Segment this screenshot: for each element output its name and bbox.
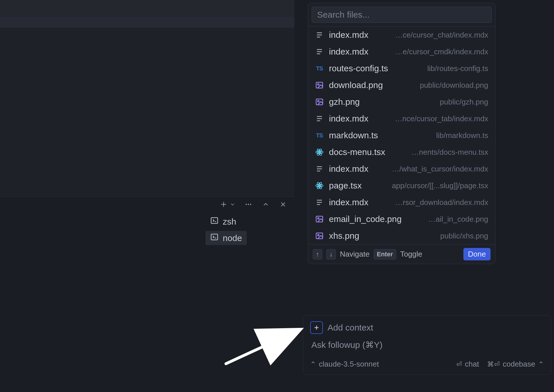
editor-active-line [0,17,294,28]
file-picker-item[interactable]: index.mdx…/what_is_cursor/index.mdx [308,160,495,177]
search-input[interactable]: Search files... [312,7,492,23]
model-picker[interactable]: ⌃ claude-3.5-sonnet [310,360,379,369]
file-name: index.mdx [329,30,368,40]
chevron-up-icon: ⌃ [538,360,544,368]
chevron-up-icon: ⌃ [310,360,316,368]
text-file-icon [315,198,324,207]
file-name: index.mdx [329,164,368,174]
file-picker-list: index.mdx…ce/cursor_chat/index.mdxindex.… [308,26,495,244]
terminal-header [219,200,287,209]
chat-submit-button[interactable]: ⏎ chat [456,360,479,369]
terminal-more-icon[interactable] [244,200,253,209]
file-path: lib/routes-config.ts [427,64,488,73]
file-picker-item[interactable]: docs-menu.tsx…nents/docs-menu.tsx [308,144,495,160]
add-context-label: Add context [327,323,373,333]
file-picker-item[interactable]: index.mdx…e/cursor_cmdk/index.mdx [308,43,495,60]
file-path: public/xhs.png [440,232,488,240]
file-path: public/download.png [420,81,488,90]
terminal-maximize-icon[interactable] [261,200,270,209]
svg-point-20 [318,100,319,102]
cmd-enter-icon: ⌘⏎ [487,360,500,368]
terminal-session-item[interactable]: node [205,231,247,245]
chat-action-label: chat [465,360,479,369]
file-name: markdown.ts [329,130,378,140]
chat-footer: ⌃ claude-3.5-sonnet ⏎ chat ⌘⏎ codebase ⌃ [310,360,544,369]
navigate-hint: Navigate [340,250,370,259]
svg-point-24 [319,152,320,153]
svg-point-2 [246,204,247,205]
svg-point-18 [318,84,319,85]
chat-context-row: Add context [310,321,544,334]
add-context-button[interactable] [310,321,323,334]
terminal-panel: zsh node [0,196,294,392]
file-name: index.mdx [329,47,368,57]
file-picker-item[interactable]: email_in_code.png…ail_in_code.png [308,211,495,227]
file-picker-item[interactable]: download.pngpublic/download.png [308,77,495,94]
editor-tab-strip [0,0,294,17]
file-path: …nents/docs-menu.tsx [411,148,488,157]
chat-panel: Add context Ask followup (⌘Y) ⌃ claude-3… [303,315,551,375]
file-picker-item[interactable]: page.tsxapp/cursor/[[...slug]]/page.tsx [308,177,495,194]
ts-file-icon: TS [315,64,324,73]
file-picker-item[interactable]: gzh.pngpublic/gzh.png [308,94,495,110]
file-name: index.mdx [329,197,368,207]
terminal-icon [210,216,219,227]
codebase-submit-button[interactable]: ⌘⏎ codebase ⌃ [487,360,544,369]
file-picker: Search files... index.mdx…ce/cursor_chat… [308,3,495,264]
terminal-new-chevron-icon[interactable] [230,200,235,209]
terminal-session-label: zsh [223,217,236,227]
terminal-icon [210,233,219,243]
svg-point-31 [319,185,320,186]
file-picker-item[interactable]: index.mdx…rsor_download/index.mdx [308,194,495,211]
text-file-icon [315,114,324,123]
file-picker-item[interactable]: TSmarkdown.tslib/markdown.ts [308,127,495,144]
codebase-action-label: codebase [503,360,535,369]
file-name: download.png [329,80,383,90]
file-name: xhs.png [329,231,359,241]
terminal-new-icon[interactable] [219,200,228,209]
search-placeholder: Search files... [317,10,370,20]
file-name: index.mdx [329,114,368,124]
svg-point-3 [248,204,249,205]
file-path: …nce/cursor_tab/index.mdx [395,114,488,123]
file-path: …ail_in_code.png [428,215,488,224]
file-path: …e/cursor_cmdk/index.mdx [395,47,488,56]
file-path: app/cursor/[[...slug]]/page.tsx [392,181,488,190]
file-path: public/gzh.png [440,98,488,107]
svg-point-41 [318,234,319,236]
arrow-up-key-icon: ↑ [313,249,322,260]
image-file-icon [315,215,324,223]
svg-point-4 [250,204,251,205]
terminal-close-icon[interactable] [279,200,287,209]
react-file-icon [315,148,324,156]
enter-icon: ⏎ [456,360,462,368]
done-button[interactable]: Done [463,248,491,260]
react-file-icon [315,181,324,190]
ts-file-icon: TS [315,131,324,140]
editor-region [0,0,294,196]
arrow-down-key-icon: ↓ [326,249,336,260]
file-picker-item[interactable]: TSroutes-config.tslib/routes-config.ts [308,60,495,77]
text-file-icon [315,31,324,39]
image-file-icon [315,232,324,240]
text-file-icon [315,165,324,173]
terminal-session-item[interactable]: zsh [205,214,247,229]
chat-input[interactable]: Ask followup (⌘Y) [310,340,544,350]
file-picker-item[interactable]: index.mdx…ce/cursor_chat/index.mdx [308,27,495,43]
file-picker-item[interactable]: xhs.pngpublic/xhs.png [308,227,495,244]
image-file-icon [315,98,324,106]
file-path: lib/markdown.ts [436,131,488,140]
toggle-hint: Toggle [400,250,422,259]
file-name: gzh.png [329,97,360,107]
text-file-icon [315,47,324,56]
file-path: …/what_is_cursor/index.mdx [392,165,488,173]
file-picker-item[interactable]: index.mdx…nce/cursor_tab/index.mdx [308,110,495,127]
svg-point-39 [318,218,319,219]
enter-key-hint: Enter [374,249,396,260]
terminal-session-label: node [223,233,242,243]
file-path: …rsor_download/index.mdx [395,198,488,207]
file-name: docs-menu.tsx [329,147,385,157]
terminal-sessions: zsh node [205,214,247,245]
file-name: page.tsx [329,181,362,191]
file-name: routes-config.ts [329,64,388,73]
